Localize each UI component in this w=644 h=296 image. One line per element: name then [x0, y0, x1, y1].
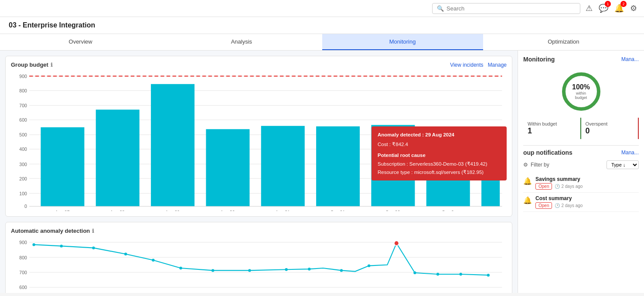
svg-text:300: 300	[19, 161, 27, 167]
info-icon: ℹ	[51, 62, 53, 68]
budget-stats: Within budget 1 Overspent 0	[523, 118, 639, 139]
line-dot	[285, 268, 288, 271]
line-dot	[340, 269, 343, 272]
bar-aug28	[96, 109, 140, 206]
settings-icon: ⚙	[630, 4, 637, 13]
line-dot	[413, 272, 416, 274]
group-budget-title: Group budget ℹ	[11, 61, 53, 68]
tab-overview[interactable]: Overview	[0, 34, 161, 50]
svg-text:800: 800	[19, 88, 27, 93]
view-incidents-link[interactable]: View incidents	[450, 62, 484, 68]
svg-text:Sep 01: Sep 01	[331, 210, 345, 211]
alert-icon: ⚠	[586, 4, 593, 13]
tab-optimization[interactable]: Optimization	[483, 34, 644, 50]
anomaly-dot	[394, 241, 399, 246]
anomaly-root-cause-label: Potential root cause	[378, 151, 501, 159]
line-chart-svg: 900 800 700 600	[11, 238, 507, 293]
line-dot	[92, 246, 95, 249]
page-title-bar: 03 - Enterprise Integration	[0, 17, 644, 34]
notif-time-2: 🕐 2 days ago	[555, 203, 583, 208]
anomaly-subscription: Subscription : Serverless360-Demo-03 (₹4…	[378, 160, 501, 168]
monitoring-section-header: Monitoring Mana...	[523, 56, 639, 63]
search-input[interactable]	[446, 5, 576, 12]
filter-label: Filter by	[531, 162, 604, 168]
chat-icon-wrap[interactable]: 💬 1	[599, 3, 608, 13]
chat-badge: 1	[605, 1, 611, 7]
svg-text:900: 900	[19, 74, 27, 79]
app-header: 🔍 ⚠ 💬 1 🔔 2 ⚙	[0, 0, 644, 17]
page-title: 03 - Enterprise Integration	[9, 21, 635, 29]
bell-badge: 2	[620, 1, 627, 7]
notif-badge-1: Open	[535, 183, 552, 190]
svg-text:900: 900	[19, 240, 27, 245]
within-budget-label: Within budget	[528, 121, 576, 126]
line-dot	[60, 245, 63, 247]
line-dot	[152, 259, 154, 261]
bar-sep01	[316, 126, 360, 206]
anomaly-detection-title: Automatic anomaly detection ℹ	[11, 228, 94, 234]
right-panel: Monitoring Mana... 100% within budget	[518, 51, 644, 293]
group-budget-header: Group budget ℹ View incidents Manage	[11, 61, 507, 68]
line-dot	[124, 252, 127, 255]
nav-tabs: Overview Analysis Monitoring Optimizatio…	[0, 34, 644, 51]
notif-bell-icon-2: 🔔	[523, 196, 532, 204]
notif-badge-2: Open	[535, 202, 552, 209]
divider	[523, 145, 639, 146]
anomaly-detection-header: Automatic anomaly detection ℹ	[11, 228, 507, 234]
bar-last	[481, 178, 500, 206]
notif-meta-1: Open 🕐 2 days ago	[535, 183, 639, 190]
svg-text:500: 500	[19, 132, 27, 137]
notif-title-1: Savings summary	[535, 176, 639, 182]
notif-content-2: Cost summary Open 🕐 2 days ago	[535, 195, 639, 209]
filter-icon: ⚙	[523, 162, 528, 168]
svg-text:Aug 28: Aug 28	[110, 210, 125, 211]
search-icon: 🔍	[437, 5, 444, 12]
search-box[interactable]: 🔍	[432, 3, 580, 14]
anomaly-line	[34, 243, 488, 275]
monitoring-manage-link[interactable]: Mana...	[621, 56, 639, 62]
bell-icon-wrap[interactable]: 🔔 2	[614, 3, 624, 13]
svg-text:Aug 29: Aug 29	[165, 210, 180, 211]
bar-chart-wrap: 900 800 700 600 500 400 300 200 100 0 Au…	[11, 71, 507, 211]
line-dot	[460, 273, 462, 276]
clock-icon-1: 🕐	[555, 184, 560, 189]
anomaly-detection-card: Automatic anomaly detection ℹ 900 800 70…	[5, 222, 512, 293]
svg-text:600: 600	[19, 285, 27, 290]
donut-label: 100% within budget	[570, 83, 592, 100]
overspent-stat: Overspent 0	[581, 118, 639, 139]
within-budget-value: 1	[528, 126, 576, 136]
overspent-value: 0	[586, 126, 634, 136]
bar-aug29	[151, 84, 194, 207]
group-notifications-manage-link[interactable]: Mana...	[621, 150, 639, 156]
manage-link[interactable]: Manage	[488, 62, 507, 68]
svg-text:Aug 30: Aug 30	[220, 210, 235, 211]
bar-aug31	[261, 126, 305, 207]
svg-text:Aug 27: Aug 27	[55, 210, 69, 211]
monitoring-section-title: Monitoring	[523, 56, 555, 63]
svg-text:Sep 0: Sep 0	[442, 210, 454, 211]
line-chart-wrap: 900 800 700 600	[11, 238, 507, 293]
donut-sub: within budget	[570, 91, 592, 100]
anomaly-title: Anomaly detected : 29 Aug 2024	[378, 131, 501, 139]
type-filter-select[interactable]: Type ↓ Savings Cost	[607, 160, 639, 169]
svg-text:800: 800	[19, 255, 27, 260]
svg-text:Sep 02: Sep 02	[385, 210, 400, 211]
line-dot	[436, 273, 439, 276]
settings-icon-wrap[interactable]: ⚙	[630, 3, 637, 13]
tab-monitoring[interactable]: Monitoring	[322, 34, 483, 50]
line-dot	[248, 269, 251, 272]
notif-meta-2: Open 🕐 2 days ago	[535, 202, 639, 209]
svg-text:700: 700	[19, 270, 27, 275]
svg-text:200: 200	[19, 176, 27, 181]
line-dot	[211, 269, 214, 272]
tab-analysis[interactable]: Analysis	[161, 34, 322, 50]
donut-wrap: 100% within budget	[523, 70, 639, 113]
anomaly-info-icon: ℹ	[92, 228, 94, 234]
bar-aug27	[41, 127, 84, 206]
group-notifications-header: oup notifications Mana...	[523, 149, 639, 156]
svg-text:600: 600	[19, 117, 27, 122]
notif-time-1: 🕐 2 days ago	[555, 184, 583, 189]
clock-icon-2: 🕐	[555, 203, 560, 208]
svg-text:700: 700	[19, 103, 27, 108]
alert-icon-wrap[interactable]: ⚠	[586, 3, 593, 13]
